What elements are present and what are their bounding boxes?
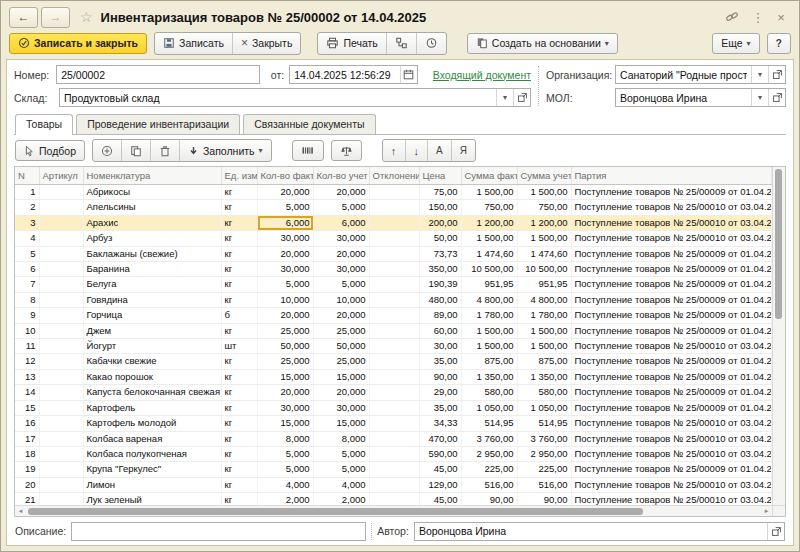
cell[interactable]: кг bbox=[221, 215, 257, 230]
cell[interactable]: 13 bbox=[15, 369, 39, 384]
cell[interactable]: 20 bbox=[15, 477, 39, 492]
cell[interactable] bbox=[39, 416, 83, 431]
cell[interactable]: 1 350,00 bbox=[461, 369, 517, 384]
table-row[interactable]: 15Картофелькг30,00030,00035,001 050,001 … bbox=[15, 400, 772, 415]
cell[interactable]: кг bbox=[221, 231, 257, 246]
cell[interactable] bbox=[39, 354, 83, 369]
cell[interactable] bbox=[369, 477, 419, 492]
cell[interactable]: 90,00 bbox=[419, 369, 461, 384]
cell[interactable]: Белуга bbox=[83, 277, 221, 292]
cell[interactable]: Поступление товаров № 25/00010 от 03.04.… bbox=[571, 200, 772, 215]
cell[interactable]: Джем bbox=[83, 323, 221, 338]
cell[interactable]: 30,000 bbox=[257, 262, 313, 277]
cell[interactable] bbox=[39, 323, 83, 338]
more-button[interactable]: Еще ▾ bbox=[712, 33, 759, 54]
cell[interactable]: 8 bbox=[15, 292, 39, 307]
cell[interactable]: Картофель молодой bbox=[83, 416, 221, 431]
add-row-button[interactable] bbox=[93, 140, 121, 161]
cell[interactable]: кг bbox=[221, 200, 257, 215]
barcode-button[interactable] bbox=[292, 140, 324, 161]
cell[interactable]: Поступление товаров № 25/00009 от 01.04.… bbox=[571, 462, 772, 477]
cell[interactable]: 1 500,00 bbox=[517, 339, 571, 354]
cell[interactable] bbox=[39, 308, 83, 323]
cell[interactable]: 1 500,00 bbox=[461, 339, 517, 354]
tab-goods[interactable]: Товары bbox=[15, 114, 73, 135]
cell[interactable]: кг bbox=[221, 323, 257, 338]
cell[interactable]: 19 bbox=[15, 462, 39, 477]
cell[interactable]: 8,000 bbox=[313, 431, 369, 446]
cell[interactable] bbox=[39, 400, 83, 415]
cell[interactable]: 11 bbox=[15, 339, 39, 354]
description-input[interactable] bbox=[71, 522, 366, 541]
cell[interactable] bbox=[39, 462, 83, 477]
cell[interactable]: кг bbox=[221, 477, 257, 492]
cell[interactable] bbox=[369, 446, 419, 461]
cell[interactable] bbox=[369, 354, 419, 369]
cell[interactable]: Поступление товаров № 25/00010 от 03.04.… bbox=[571, 493, 772, 505]
change-history-button[interactable] bbox=[416, 33, 446, 54]
cell[interactable]: 150,00 bbox=[419, 200, 461, 215]
favorite-star-icon[interactable]: ☆ bbox=[80, 9, 93, 25]
cell[interactable]: 30,000 bbox=[313, 400, 369, 415]
cell[interactable]: 89,00 bbox=[419, 308, 461, 323]
cell[interactable]: 1 200,00 bbox=[461, 215, 517, 230]
cell[interactable]: 5,000 bbox=[257, 277, 313, 292]
cell[interactable]: 30,000 bbox=[257, 231, 313, 246]
cell[interactable]: 470,00 bbox=[419, 431, 461, 446]
cell[interactable]: Колбаса полукопченая bbox=[83, 446, 221, 461]
cell[interactable]: 12 bbox=[15, 354, 39, 369]
cell[interactable]: Лимон bbox=[83, 477, 221, 492]
cell[interactable]: 30,00 bbox=[419, 339, 461, 354]
move-down-button[interactable]: ↓ bbox=[405, 140, 428, 161]
cell[interactable]: Горчица bbox=[83, 308, 221, 323]
cell[interactable]: 20,000 bbox=[257, 308, 313, 323]
cell[interactable]: 516,00 bbox=[517, 477, 571, 492]
cell[interactable]: 5,000 bbox=[313, 446, 369, 461]
open-item-icon[interactable] bbox=[767, 523, 784, 540]
cell[interactable]: 590,00 bbox=[419, 446, 461, 461]
cell[interactable] bbox=[39, 246, 83, 261]
cell[interactable]: Капуста белокочанная свежая bbox=[83, 385, 221, 400]
cell[interactable]: 20,000 bbox=[257, 385, 313, 400]
cell[interactable]: 15,000 bbox=[313, 369, 369, 384]
cell[interactable]: Поступление товаров № 25/00009 от 01.04.… bbox=[571, 400, 772, 415]
cell[interactable]: Арбуз bbox=[83, 231, 221, 246]
date-input[interactable] bbox=[290, 66, 400, 83]
cell[interactable] bbox=[369, 493, 419, 505]
cell[interactable]: 4 bbox=[15, 231, 39, 246]
cell[interactable]: 1 050,00 bbox=[517, 400, 571, 415]
cell[interactable]: 1 500,00 bbox=[461, 185, 517, 200]
table-row[interactable]: 19Крупа "Геркулес"кг5,0005,00045,00225,0… bbox=[15, 462, 772, 477]
cell[interactable]: 20,000 bbox=[313, 308, 369, 323]
cell[interactable]: 8,000 bbox=[257, 431, 313, 446]
cell[interactable]: 129,00 bbox=[419, 477, 461, 492]
cell[interactable]: 15,000 bbox=[257, 416, 313, 431]
cell[interactable]: 35,00 bbox=[419, 354, 461, 369]
cell[interactable]: 750,00 bbox=[517, 200, 571, 215]
number-input[interactable] bbox=[56, 65, 260, 84]
cell[interactable]: 875,00 bbox=[517, 354, 571, 369]
cell[interactable]: 2 bbox=[15, 200, 39, 215]
cell[interactable]: 15,000 bbox=[257, 369, 313, 384]
horizontal-scrollbar[interactable]: ◂ ▸ bbox=[15, 505, 772, 516]
cell[interactable]: 2 950,00 bbox=[461, 446, 517, 461]
cell[interactable]: Поступление товаров № 25/00009 от 01.04.… bbox=[571, 292, 772, 307]
cell[interactable]: 1 050,00 bbox=[461, 400, 517, 415]
cell[interactable] bbox=[39, 477, 83, 492]
sort-az-button[interactable]: А bbox=[427, 140, 451, 161]
cell[interactable]: 5,000 bbox=[313, 277, 369, 292]
copy-row-button[interactable] bbox=[121, 140, 150, 161]
cell[interactable]: 5,000 bbox=[257, 446, 313, 461]
cell[interactable] bbox=[369, 292, 419, 307]
cell[interactable]: 5,000 bbox=[313, 462, 369, 477]
cell[interactable]: 4 800,00 bbox=[461, 292, 517, 307]
cell[interactable]: 1 780,00 bbox=[517, 308, 571, 323]
cell[interactable]: 20,000 bbox=[257, 246, 313, 261]
cell[interactable]: кг bbox=[221, 369, 257, 384]
cell[interactable]: 10 500,00 bbox=[517, 262, 571, 277]
cell[interactable]: Поступление товаров № 25/00009 от 01.04.… bbox=[571, 369, 772, 384]
cell[interactable]: 35,00 bbox=[419, 400, 461, 415]
cell[interactable]: 21 bbox=[15, 493, 39, 505]
calendar-icon[interactable] bbox=[400, 66, 417, 83]
chevron-down-icon[interactable]: ▾ bbox=[496, 89, 513, 106]
